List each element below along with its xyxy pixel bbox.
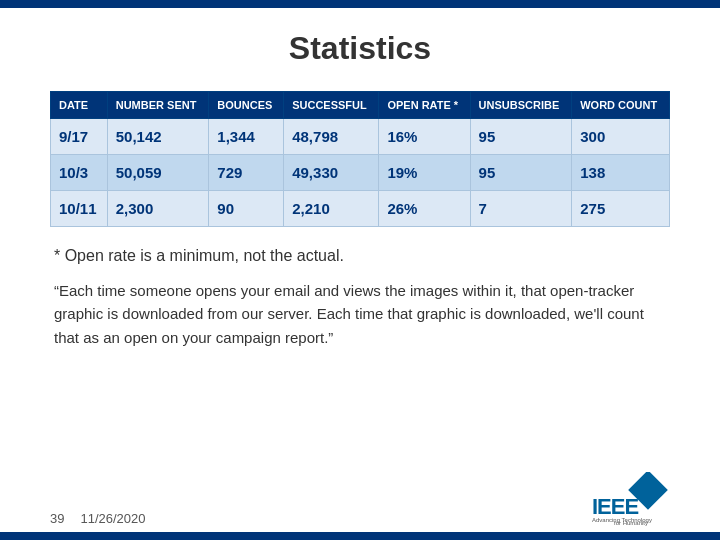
cell-sent-2: 2,300 [107,191,209,227]
footnote-text: * Open rate is a minimum, not the actual… [50,247,670,265]
table-row: 10/11 2,300 90 2,210 26% 7 275 [51,191,670,227]
statistics-table: DATE NUMBER SENT BOUNCES SUCCESSFUL OPEN… [50,91,670,227]
table-row: 9/17 50,142 1,344 48,798 16% 95 300 [51,119,670,155]
svg-text:IEEE: IEEE [592,494,638,519]
col-successful: SUCCESSFUL [284,92,379,119]
cell-sent-1: 50,059 [107,155,209,191]
cell-date-1: 10/3 [51,155,108,191]
top-bar [0,0,720,8]
cell-successful-2: 2,210 [284,191,379,227]
cell-date-0: 9/17 [51,119,108,155]
col-date: DATE [51,92,108,119]
footer-left: 39 11/26/2020 [50,511,146,526]
cell-unsub-2: 7 [470,191,572,227]
page-number: 39 [50,511,64,526]
cell-openrate-1: 19% [379,155,470,191]
cell-bounces-1: 729 [209,155,284,191]
cell-sent-0: 50,142 [107,119,209,155]
table-body: 9/17 50,142 1,344 48,798 16% 95 300 10/3… [51,119,670,227]
ieee-logo: IEEE Advancing Technology for Humanity [590,472,670,526]
cell-bounces-2: 90 [209,191,284,227]
page-title: Statistics [50,30,670,67]
cell-wordcount-1: 138 [572,155,670,191]
col-open-rate: OPEN RATE * [379,92,470,119]
col-bounces: BOUNCES [209,92,284,119]
cell-date-2: 10/11 [51,191,108,227]
cell-successful-0: 48,798 [284,119,379,155]
col-unsubscribe: UNSUBSCRIBE [470,92,572,119]
ieee-logo-svg: IEEE Advancing Technology [590,472,670,524]
cell-wordcount-0: 300 [572,119,670,155]
cell-successful-1: 49,330 [284,155,379,191]
cell-openrate-2: 26% [379,191,470,227]
footer: 39 11/26/2020 IEEE Advancing Technology … [50,472,670,526]
cell-openrate-0: 16% [379,119,470,155]
col-word-count: WORD COUNT [572,92,670,119]
footer-date: 11/26/2020 [80,511,145,526]
cell-unsub-1: 95 [470,155,572,191]
quote-text: “Each time someone opens your email and … [50,279,670,349]
table-header: DATE NUMBER SENT BOUNCES SUCCESSFUL OPEN… [51,92,670,119]
bottom-bar [0,532,720,540]
col-number-sent: NUMBER SENT [107,92,209,119]
table-row: 10/3 50,059 729 49,330 19% 95 138 [51,155,670,191]
cell-unsub-0: 95 [470,119,572,155]
cell-wordcount-2: 275 [572,191,670,227]
ieee-tagline: for Humanity [614,520,648,526]
cell-bounces-0: 1,344 [209,119,284,155]
